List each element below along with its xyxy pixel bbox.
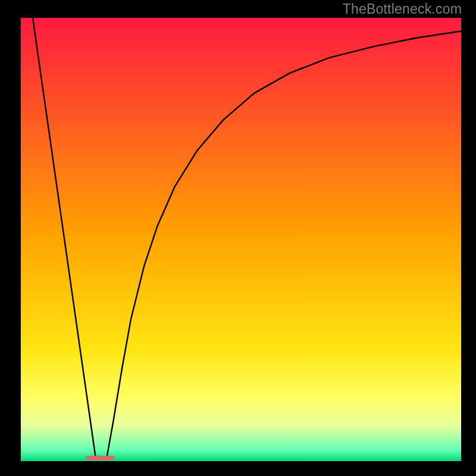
chart-frame: TheBottleneck.com xyxy=(0,0,476,476)
chart-plot-area xyxy=(21,18,461,461)
watermark-text: TheBottleneck.com xyxy=(343,1,462,17)
chart-marker-pill xyxy=(86,456,114,460)
chart-svg xyxy=(21,18,461,461)
